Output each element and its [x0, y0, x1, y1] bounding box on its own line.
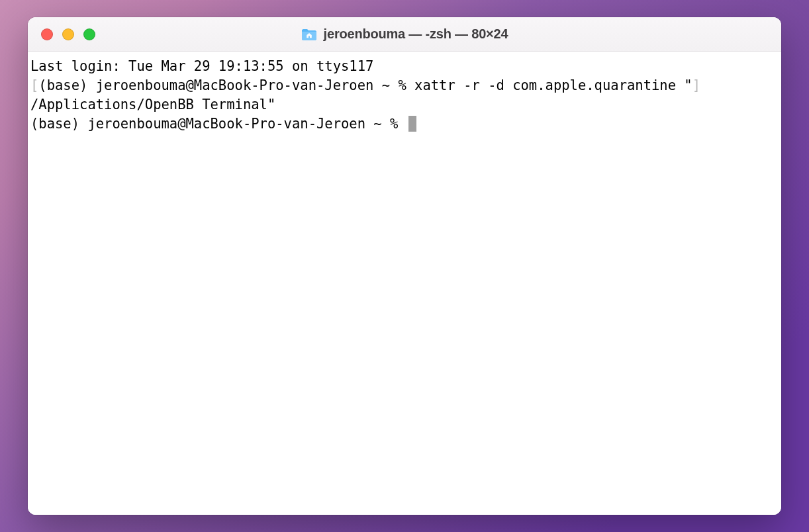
home-folder-icon	[301, 28, 317, 41]
bracket-close: ]	[692, 77, 700, 93]
command-text: xattr -r -d com.apple.quarantine "	[414, 77, 692, 93]
prompt-2: (base) jeroenbouma@MacBook-Pro-van-Jeroe…	[30, 116, 406, 132]
close-button[interactable]	[41, 28, 53, 40]
prompt-1: (base) jeroenbouma@MacBook-Pro-van-Jeroe…	[38, 77, 414, 93]
prompt-line-2: (base) jeroenbouma@MacBook-Pro-van-Jeroe…	[30, 114, 779, 134]
window-title: jeroenbouma — -zsh — 80×24	[324, 26, 508, 42]
cursor	[408, 116, 416, 132]
title-bar[interactable]: jeroenbouma — -zsh — 80×24	[28, 17, 781, 52]
traffic-lights	[28, 28, 95, 40]
minimize-button[interactable]	[62, 28, 74, 40]
last-login-text: Last login: Tue Mar 29 19:13:55 on ttys1…	[30, 58, 373, 74]
command-line-1: [(base) jeroenbouma@MacBook-Pro-van-Jero…	[30, 76, 779, 95]
title-wrap: jeroenbouma — -zsh — 80×24	[28, 26, 781, 42]
zoom-button[interactable]	[83, 28, 95, 40]
last-login-line: Last login: Tue Mar 29 19:13:55 on ttys1…	[30, 57, 779, 76]
terminal-content[interactable]: Last login: Tue Mar 29 19:13:55 on ttys1…	[28, 52, 781, 515]
terminal-window: jeroenbouma — -zsh — 80×24 Last login: T…	[28, 17, 781, 515]
bracket-open: [	[30, 77, 38, 93]
command-continuation-line: /Applications/OpenBB Terminal"	[30, 95, 779, 114]
command-continuation: /Applications/OpenBB Terminal"	[30, 97, 275, 112]
